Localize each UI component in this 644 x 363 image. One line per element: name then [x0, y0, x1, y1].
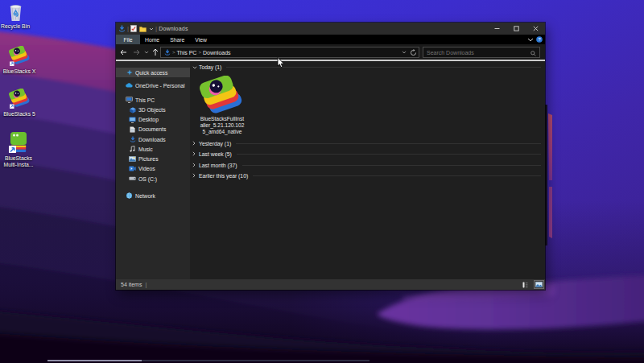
sidebar-item-videos[interactable]: Videos: [116, 164, 190, 174]
menu-tab-home[interactable]: Home: [145, 37, 159, 43]
group-rule: [253, 175, 541, 176]
group-header-last-week[interactable]: Last week (5): [192, 151, 541, 158]
window-titlebar[interactable]: | | Downloads: [116, 23, 545, 35]
file-name: BlueStacksFullInst aller_5.21.120.102 5_…: [200, 116, 245, 135]
breadcrumb-downloads[interactable]: Downloads: [203, 50, 231, 56]
file-item-bluestacks-installer[interactable]: BlueStacksFullInst aller_5.21.120.102 5_…: [196, 76, 248, 135]
minimize-button[interactable]: [487, 23, 506, 35]
maximize-button[interactable]: [506, 23, 526, 35]
forward-button[interactable]: [133, 49, 140, 56]
close-button[interactable]: [526, 23, 545, 35]
this-pc-icon: [126, 97, 133, 103]
window-title: Downloads: [159, 26, 188, 31]
menu-tab-file[interactable]: File: [116, 35, 140, 44]
svg-text:?: ?: [538, 37, 540, 42]
glyph: [130, 126, 135, 133]
details-view-button[interactable]: [522, 282, 528, 288]
desktop-icon-recycle-bin[interactable]: Recycle Bin: [0, 4, 38, 30]
recent-locations-chevron-icon[interactable]: [144, 51, 149, 54]
desktop-icon-label: BlueStacks X: [3, 68, 35, 75]
sidebar-item-this-pc[interactable]: This PC: [116, 95, 190, 105]
sidebar-item-downloads[interactable]: Downloads: [116, 134, 190, 144]
desktop-icon-bluestacks-5[interactable]: BlueStacks 5: [0, 89, 42, 118]
recycle-bin-icon: [8, 4, 23, 22]
glyph: [126, 83, 133, 88]
group-collapsed-chevron-icon[interactable]: [192, 173, 199, 179]
sidebar-item-os-c[interactable]: OS (C:): [116, 174, 190, 184]
search-box[interactable]: [423, 47, 540, 58]
group-header-earlier-this-year[interactable]: Earlier this year (10): [192, 172, 541, 179]
quick-access-star-icon: [126, 69, 133, 76]
ribbon-right-controls: ?: [527, 35, 543, 44]
onedrive-cloud-icon: [126, 83, 133, 88]
qat-properties-icon[interactable]: [130, 25, 137, 32]
glyph: [129, 176, 136, 181]
sidebar-item-quick-access[interactable]: Quick access: [116, 68, 190, 77]
desktop-icon-label: BlueStacksMulti-Insta...: [3, 155, 33, 167]
sidebar-item-onedrive[interactable]: OneDrive - Personal: [116, 80, 190, 90]
group-rule: [226, 67, 541, 68]
3d-objects-icon: [129, 107, 136, 113]
refresh-icon[interactable]: [410, 49, 417, 56]
menu-tab-share[interactable]: Share: [170, 37, 184, 43]
bottom-edge-window-sliver-bright: [47, 360, 142, 361]
qat-customize-chevron-icon[interactable]: [149, 27, 154, 31]
group-collapsed-chevron-icon[interactable]: [192, 141, 199, 146]
bottom-edge-window-sliver-dim: [142, 360, 369, 361]
group-collapsed-chevron-icon[interactable]: [192, 163, 199, 168]
glyph: [126, 192, 133, 199]
group-header-today[interactable]: Today (1): [192, 64, 541, 71]
expand-ribbon-chevron-icon[interactable]: [527, 38, 534, 42]
address-bar[interactable]: > This PC > Downloads: [160, 47, 419, 58]
desktop-icon-bluestacks-multi-instance[interactable]: BlueStacksMulti-Insta...: [0, 131, 41, 167]
item-count: 54 items: [121, 282, 142, 287]
sidebar-item-documents[interactable]: Documents: [116, 125, 190, 134]
videos-icon: [129, 166, 136, 171]
glyph: [126, 69, 133, 76]
sidebar-item-music[interactable]: Music: [116, 144, 190, 154]
thumbnail-view-button[interactable]: [534, 280, 544, 289]
thumbnail-view-icon: [535, 282, 543, 287]
desktop-icon-bluestacks-x[interactable]: BlueStacks X: [0, 46, 42, 75]
group-rule: [237, 154, 541, 155]
pictures-icon: [129, 156, 136, 162]
glyph: [130, 146, 135, 152]
menu-tab-view[interactable]: View: [195, 37, 207, 43]
group-header-last-month[interactable]: Last month (37): [192, 162, 541, 169]
glyph: [129, 166, 136, 171]
sidebar-item-3d-objects[interactable]: 3D Objects: [116, 105, 190, 115]
window-controls: [487, 23, 545, 35]
files-pane[interactable]: Today (1): [190, 61, 545, 279]
glyph: [192, 151, 196, 156]
qat-new-folder-icon[interactable]: [139, 26, 147, 32]
downloads-icon: [129, 136, 136, 142]
group-header-yesterday[interactable]: Yesterday (1): [192, 140, 541, 147]
bluestacks-installer-file-icon: [200, 76, 245, 114]
sidebar-item-network[interactable]: Network: [116, 191, 190, 200]
navigation-pane: Quick access OneDrive - Personal This PC: [116, 61, 190, 279]
address-bar-controls: [402, 47, 417, 57]
address-dropdown-chevron-icon[interactable]: [402, 51, 407, 54]
network-icon: [126, 192, 133, 199]
desktop-icon-label: Recycle Bin: [1, 23, 30, 30]
sidebar-item-desktop[interactable]: Desktop: [116, 115, 190, 125]
breadcrumb-this-pc[interactable]: This PC: [177, 50, 197, 56]
status-bar: 54 items |: [116, 279, 545, 290]
glyph: [130, 107, 136, 113]
bluestacks-multi-instance-icon: [9, 131, 28, 154]
search-icon[interactable]: [530, 51, 536, 56]
group-expanded-chevron-icon[interactable]: [192, 65, 199, 70]
glyph: [129, 117, 136, 123]
search-input[interactable]: [423, 50, 520, 56]
breadcrumb-chevron: >: [198, 50, 201, 55]
group-rule: [242, 165, 541, 166]
desktop-icon: [129, 117, 136, 123]
address-location-downloads-icon: [164, 49, 171, 56]
sidebar-item-pictures[interactable]: Pictures: [116, 155, 190, 164]
back-button[interactable]: [120, 49, 127, 56]
up-button[interactable]: [152, 48, 159, 56]
glyph: [130, 136, 136, 142]
help-icon[interactable]: ?: [536, 36, 543, 43]
desktop-icon-label: BlueStacks 5: [3, 111, 35, 118]
group-collapsed-chevron-icon[interactable]: [192, 151, 199, 157]
